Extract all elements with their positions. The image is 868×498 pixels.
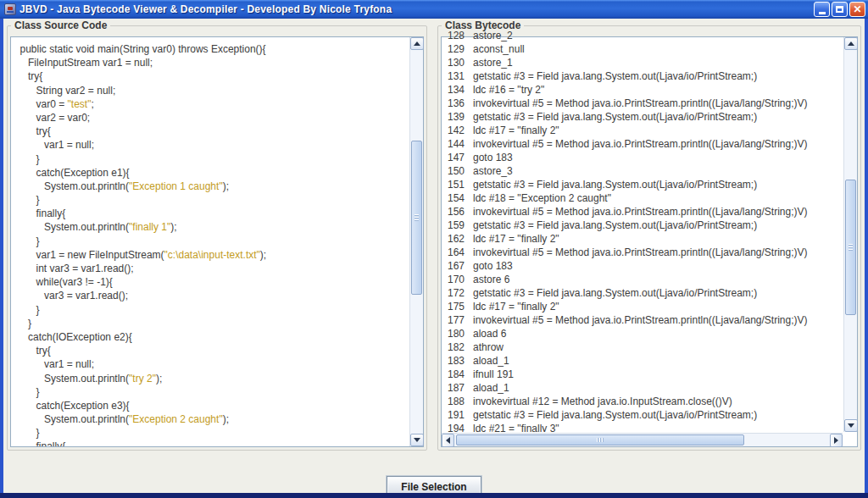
source-code-panel: Class Source Code public static void mai… xyxy=(7,25,427,451)
bytecode-line: 150astore_3 xyxy=(442,164,843,178)
bytecode-offset: 183 xyxy=(442,354,466,368)
bytecode-offset: 184 xyxy=(442,368,466,381)
scrollbar-thumb[interactable] xyxy=(845,180,856,315)
thumb-grip-icon xyxy=(849,244,853,251)
scroll-left-button[interactable] xyxy=(442,434,454,447)
bytecode-line: 136invokevirtual #5 = Method java.io.Pri… xyxy=(442,97,843,110)
bytecode-line: 128astore_2 xyxy=(442,29,843,42)
minimize-button[interactable] xyxy=(814,2,830,17)
source-code-line: } xyxy=(12,317,409,330)
window-content: Class Source Code public static void mai… xyxy=(3,19,865,493)
bytecode-instruction: astore_2 xyxy=(466,29,513,42)
bytecode-instruction: ldc #18 = "Exception 2 caught" xyxy=(466,191,611,205)
bytecode-offset: 151 xyxy=(442,178,466,191)
scroll-down-button[interactable] xyxy=(410,434,424,446)
source-code-line: var3 = var1.read(); xyxy=(12,289,409,302)
source-panel-title: Class Source Code xyxy=(11,19,110,31)
scroll-down-button[interactable] xyxy=(844,419,858,432)
source-code-line: catch(IOException e2){ xyxy=(12,330,409,344)
bytecode-instruction: getstatic #3 = Field java.lang.System.ou… xyxy=(466,286,757,300)
maximize-button[interactable] xyxy=(832,2,848,17)
bytecode-offset: 172 xyxy=(442,286,466,300)
bytecode-line: 184ifnull 191 xyxy=(442,368,843,381)
bytecode-offset: 136 xyxy=(442,97,466,110)
bytecode-offset: 162 xyxy=(442,232,466,246)
scroll-up-button[interactable] xyxy=(410,37,424,50)
source-code-line: String var2 = null; xyxy=(12,84,409,97)
scroll-right-button[interactable] xyxy=(830,434,843,447)
arrow-left-icon xyxy=(446,437,450,444)
scroll-up-button[interactable] xyxy=(844,37,858,50)
source-code-line: System.out.println("Exception 1 caught")… xyxy=(12,180,409,193)
close-icon: ✕ xyxy=(853,4,861,14)
bytecode-horizontal-scrollbar[interactable] xyxy=(442,433,843,446)
bytecode-instruction: getstatic #3 = Field java.lang.System.ou… xyxy=(466,178,757,191)
bytecode-line: 162ldc #17 = "finally 2" xyxy=(442,232,843,246)
source-code-line: var1 = null; xyxy=(12,357,409,371)
bytecode-instruction: getstatic #3 = Field java.lang.System.ou… xyxy=(466,110,757,124)
window-bottom-border xyxy=(0,493,868,498)
bytecode-instruction: invokevirtual #5 = Method java.io.PrintS… xyxy=(466,313,808,327)
source-code-line: var1 = new FileInputStream("c:\data\inpu… xyxy=(12,248,409,262)
bytecode-offset: 167 xyxy=(442,259,466,273)
bytecode-line: 183aload_1 xyxy=(442,354,843,368)
bytecode-panel: Class Bytecode 128astore_2129aconst_null… xyxy=(437,25,861,451)
bytecode-line: 156invokevirtual #5 = Method java.io.Pri… xyxy=(442,205,843,219)
bytecode-line: 172getstatic #3 = Field java.lang.System… xyxy=(442,286,843,300)
source-code-line: catch(Exception e3){ xyxy=(12,399,409,412)
bytecode-line: 130astore_1 xyxy=(442,56,843,69)
bytecode-line: 131getstatic #3 = Field java.lang.System… xyxy=(442,69,843,83)
window-title: JBVD - Java Bytecode Viewer & Decompiler… xyxy=(19,3,814,15)
source-code-line: } xyxy=(12,385,409,399)
bytecode-instruction: getstatic #3 = Field java.lang.System.ou… xyxy=(466,69,757,83)
bytecode-instruction: getstatic #3 = Field java.lang.System.ou… xyxy=(466,219,757,232)
bytecode-instruction: goto 183 xyxy=(466,259,513,273)
titlebar[interactable]: JBVD - Java Bytecode Viewer & Decompiler… xyxy=(0,0,868,19)
source-vertical-scrollbar[interactable] xyxy=(409,37,423,446)
source-code-line: finally{ xyxy=(12,207,409,220)
bytecode-line: 191getstatic #3 = Field java.lang.System… xyxy=(442,408,843,422)
bytecode-offset: 156 xyxy=(442,205,466,219)
bytecode-lines[interactable]: 128astore_2129aconst_null130astore_1131g… xyxy=(442,29,843,432)
bytecode-instruction: invokevirtual #12 = Method java.io.Input… xyxy=(466,395,732,408)
bytecode-offset: 139 xyxy=(442,110,466,124)
bytecode-offset: 188 xyxy=(442,395,466,408)
scrollbar-thumb[interactable] xyxy=(456,434,744,445)
bytecode-textarea[interactable]: 128astore_2129aconst_null130astore_1131g… xyxy=(441,36,858,447)
bytecode-offset: 159 xyxy=(442,219,466,232)
bytecode-line: 154ldc #18 = "Exception 2 caught" xyxy=(442,191,843,205)
bytecode-line: 182athrow xyxy=(442,340,843,354)
thumb-grip-icon xyxy=(415,214,419,221)
bytecode-offset: 170 xyxy=(442,273,466,286)
bytecode-line: 134ldc #16 = "try 2" xyxy=(442,83,843,97)
source-code-line: } xyxy=(12,193,409,207)
source-code-line: while(var3 != -1){ xyxy=(12,275,409,289)
bytecode-line: 188invokevirtual #12 = Method java.io.In… xyxy=(442,395,843,408)
source-code-line: System.out.println("Exception 2 caught")… xyxy=(12,412,409,426)
source-code-line: int var3 = var1.read(); xyxy=(12,262,409,275)
bytecode-offset: 164 xyxy=(442,246,466,259)
source-code-textarea[interactable]: public static void main(String var0) thr… xyxy=(10,36,424,447)
source-code-line: var1 = null; xyxy=(12,138,409,152)
bytecode-line: 129aconst_null xyxy=(442,42,843,56)
bytecode-instruction: athrow xyxy=(466,340,504,354)
bytecode-offset: 194 xyxy=(442,422,466,432)
bytecode-line: 177invokevirtual #5 = Method java.io.Pri… xyxy=(442,313,843,327)
titlebar-buttons: ✕ xyxy=(814,2,865,17)
bytecode-offset: 134 xyxy=(442,83,466,97)
close-button[interactable]: ✕ xyxy=(849,2,865,17)
arrow-down-icon xyxy=(414,438,420,442)
bytecode-vertical-scrollbar[interactable] xyxy=(843,37,857,432)
bytecode-instruction: astore_1 xyxy=(466,56,513,69)
maximize-icon xyxy=(836,6,843,13)
bytecode-offset: 129 xyxy=(442,42,466,56)
scrollbar-thumb[interactable] xyxy=(411,141,422,295)
bytecode-offset: 150 xyxy=(442,164,466,178)
bytecode-instruction: aload_1 xyxy=(466,381,509,395)
arrow-up-icon xyxy=(848,42,854,46)
source-code-lines[interactable]: public static void main(String var0) thr… xyxy=(12,37,409,446)
bytecode-line: 180aload 6 xyxy=(442,327,843,340)
bytecode-instruction: aload 6 xyxy=(466,327,506,340)
bytecode-line: 175ldc #17 = "finally 2" xyxy=(442,300,843,313)
source-code-line: } xyxy=(12,152,409,166)
